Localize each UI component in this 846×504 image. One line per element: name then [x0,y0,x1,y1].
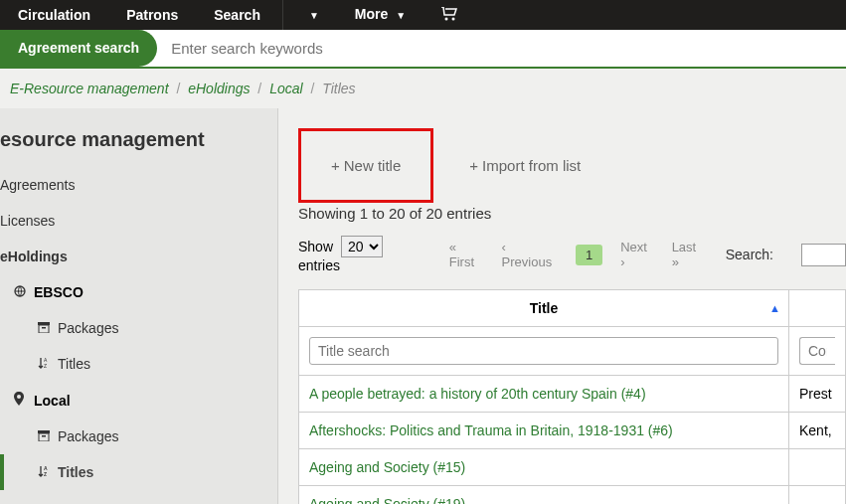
contributor-search-filter[interactable] [799,337,835,365]
column-header-contributor[interactable] [789,290,846,327]
pager-last[interactable]: Last » [672,240,706,269]
title-link[interactable]: Ageing and Society (#15) [309,459,465,475]
table-search-label: Search: [726,247,773,262]
breadcrumb: E-Resource management / eHoldings / Loca… [0,69,846,108]
sidebar-item-local-packages[interactable]: Packages [0,419,277,454]
show-label: Show [298,239,333,254]
cart-icon[interactable] [423,7,475,24]
top-navigation: Circulation Patrons Search ▼ More ▼ [0,0,846,30]
contributor-filter-cell [789,327,846,376]
contributor-cell: Prest [789,376,846,413]
sidebar-provider-ebsco[interactable]: EBSCO [0,274,277,310]
highlight-annotation: + New title [298,128,433,203]
column-header-title[interactable]: Title ▲ [299,290,789,327]
sidebar-heading: esource management [0,128,277,167]
sidebar-item-licenses[interactable]: Licenses [0,203,277,239]
titles-table: Title ▲ A people betrayed: a history [298,289,846,504]
toolbar: + New title + Import from list [298,128,846,203]
svg-rect-11 [42,435,46,437]
sidebar-group-eholdings[interactable]: eHoldings [0,239,277,274]
sidebar-item-ebsco-packages[interactable]: Packages [0,310,277,346]
page-size-select[interactable]: 20 [341,236,383,257]
title-link[interactable]: Ageing and Society (#19) [309,496,465,504]
main-layout: esource management Agreements Licenses e… [0,108,846,504]
sidebar-item-agreements[interactable]: Agreements [0,167,277,203]
table-row: Ageing and Society (#19) [299,486,846,505]
title-search-filter[interactable] [309,337,778,365]
archive-icon [38,428,52,444]
table-search-input[interactable] [801,244,846,266]
plus-icon: + [469,157,478,174]
breadcrumb-local[interactable]: Local [269,81,302,96]
sidebar: esource management Agreements Licenses e… [0,108,278,504]
pager-first[interactable]: « First [449,240,484,269]
pager-previous[interactable]: ‹ Previous [502,240,558,269]
contributor-cell: Kent, [789,413,846,449]
import-from-list-button[interactable]: + Import from list [453,145,596,186]
search-tab-agreement[interactable]: Agreement search [0,30,157,67]
sort-az-icon: AZ [38,464,52,480]
svg-text:Z: Z [44,471,47,477]
sidebar-item-local-titles[interactable]: AZ Titles [0,454,277,490]
nav-search[interactable]: Search [196,0,278,30]
contributor-cell [789,486,846,505]
search-bar: Agreement search [0,30,846,69]
nav-more[interactable]: More ▼ [337,0,423,31]
entries-label: entries [298,257,340,273]
pager-next[interactable]: Next › [620,240,653,269]
svg-rect-4 [39,325,49,333]
pin-icon [14,392,28,409]
svg-point-0 [445,17,448,20]
nav-circulation[interactable]: Circulation [0,0,108,30]
svg-point-8 [17,395,21,399]
breadcrumb-root[interactable]: E-Resource management [10,81,169,96]
svg-point-1 [452,17,455,20]
showing-entries-text: Showing 1 to 20 of 20 entries [298,205,846,222]
breadcrumb-eholdings[interactable]: eHoldings [188,81,250,96]
nav-patrons[interactable]: Patrons [108,0,196,30]
title-link[interactable]: A people betrayed: a history of 20th cen… [309,386,646,402]
svg-rect-5 [42,327,46,329]
svg-text:Z: Z [44,363,47,369]
title-link[interactable]: Aftershocks: Politics and Trauma in Brit… [309,422,673,438]
svg-rect-10 [39,433,49,441]
sort-asc-icon: ▲ [769,302,780,314]
new-title-button[interactable]: + New title [301,131,430,200]
pager: « First ‹ Previous 1 Next › Last » [449,240,706,269]
breadcrumb-current: Titles [322,81,355,96]
search-keywords-input[interactable] [157,30,846,67]
sidebar-item-ebsco-titles[interactable]: AZ Titles [0,346,277,382]
pagination-row: Show 20 entries « First ‹ Previous 1 Nex… [298,236,846,273]
title-filter-cell [299,327,789,376]
plus-icon: + [331,157,340,174]
table-row: Ageing and Society (#15) [299,449,846,486]
sort-az-icon: AZ [38,356,52,372]
nav-caret-menu[interactable]: ▼ [287,0,337,31]
pager-current-page[interactable]: 1 [576,245,602,265]
entries-selector: Show 20 entries [298,236,429,273]
globe-icon [14,284,28,300]
content-area: + New title + Import from list Showing 1… [278,108,846,504]
sidebar-provider-local[interactable]: Local [0,382,277,419]
table-row: A people betrayed: a history of 20th cen… [299,376,846,413]
contributor-cell [789,449,846,486]
nav-divider [282,0,283,30]
archive-icon [38,320,52,336]
table-row: Aftershocks: Politics and Trauma in Brit… [299,413,846,449]
